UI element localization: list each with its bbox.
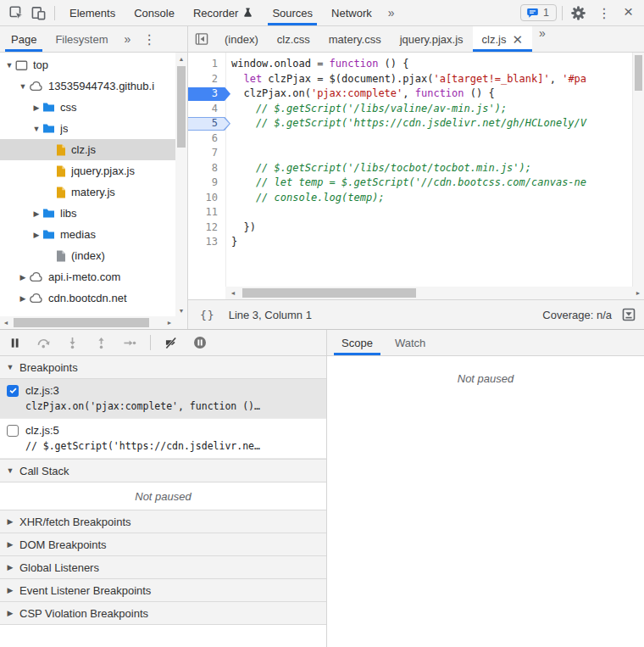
line-number-8[interactable]: 8 (188, 161, 225, 176)
tree-expanded-icon[interactable]: ▼ (3, 61, 15, 70)
tree-item-13535944743-github-i[interactable]: ▼13535944743.github.i (0, 75, 175, 97)
close-tab-icon[interactable]: ✕ (512, 33, 523, 46)
inspect-icon[interactable] (5, 2, 27, 24)
line-number-12[interactable]: 12 (188, 220, 225, 236)
code-text-line-7[interactable] (225, 146, 231, 161)
tree-horizontal-scrollbar[interactable]: ◄ ► (0, 316, 175, 329)
tree-item-matery-js[interactable]: matery.js (0, 181, 175, 203)
section-header-dom-breakpoints[interactable]: ▶DOM Breakpoints (0, 533, 326, 556)
tree-expanded-icon[interactable]: ▼ (31, 125, 42, 133)
editor-hscroll-thumb[interactable] (242, 288, 416, 298)
line-number-6[interactable]: 6 (188, 131, 225, 147)
scroll-left-icon[interactable]: ◄ (227, 287, 239, 299)
close-devtools-icon[interactable]: × (619, 3, 641, 23)
code-text-line-5[interactable]: // $.getScript('https://cdn.jsdelivr.net… (225, 116, 586, 131)
pause-icon[interactable] (4, 332, 25, 353)
tree-item-css[interactable]: ▶css (0, 97, 175, 118)
editor-tab-matery-css[interactable]: matery.css (319, 26, 391, 52)
line-number-2[interactable]: 2 (188, 72, 225, 87)
tab-recorder[interactable]: Recorder (184, 0, 263, 25)
line-number-9[interactable]: 9 (188, 176, 225, 191)
step-into-icon[interactable] (62, 332, 82, 353)
scroll-right-icon[interactable]: ► (164, 317, 175, 329)
editor-tab-clz-css[interactable]: clz.css (268, 26, 319, 52)
scroll-down-icon[interactable]: ▼ (175, 304, 187, 316)
line-number-11[interactable]: 11 (188, 205, 225, 220)
scope-tab-scope[interactable]: Scope (330, 330, 384, 355)
code-text-line-1[interactable]: window.onload = function () { (225, 57, 409, 72)
tab-console[interactable]: Console (125, 0, 184, 25)
section-header-call-stack[interactable]: ▼Call Stack (0, 460, 326, 482)
pause-on-exceptions-icon[interactable] (190, 332, 210, 353)
line-number-5[interactable]: 5 (188, 116, 225, 131)
step-out-icon[interactable] (91, 332, 111, 353)
line-number-7[interactable]: 7 (188, 146, 225, 161)
settings-gear-icon[interactable] (568, 2, 590, 24)
code-text-line-4[interactable]: // $.getScript('/libs/valine/av-min.js')… (225, 102, 507, 117)
code-text-line-2[interactable]: let clzPjax = $(document).pjax('a[target… (225, 72, 586, 87)
editor-more-tabs-icon[interactable]: » (532, 26, 552, 52)
section-header-global-listeners[interactable]: ▶Global Listeners (0, 556, 326, 579)
section-header-csp-violation-breakpoints[interactable]: ▶CSP Violation Breakpoints (0, 602, 326, 625)
line-number-3[interactable]: 3 (188, 86, 225, 102)
tree-vscroll-thumb[interactable] (177, 66, 186, 148)
breakpoint-entry-clz-js-3[interactable]: clz.js:3clzPjax.on('pjax:complete', func… (0, 379, 326, 419)
tab-elements[interactable]: Elements (60, 0, 125, 25)
code-text-line-3[interactable]: clzPjax.on('pjax:complete', function () … (225, 86, 495, 102)
breakpoint-checkbox-checked[interactable] (7, 385, 19, 397)
tree-collapsed-icon[interactable]: ▶ (31, 209, 42, 218)
line-number-10[interactable]: 10 (188, 191, 225, 206)
tree-collapsed-icon[interactable]: ▶ (17, 294, 29, 303)
tree-item-medias[interactable]: ▶medias (0, 224, 175, 245)
editor-vertical-scrollbar[interactable] (632, 53, 644, 287)
editor-horizontal-scrollbar[interactable]: ◄ ► (225, 287, 644, 299)
step-icon[interactable] (119, 332, 140, 353)
section-header-breakpoints[interactable]: ▼Breakpoints (0, 356, 326, 379)
tree-item-clz-js[interactable]: clz.js (0, 139, 175, 160)
tree-item-jquery-pjax-js[interactable]: jquery.pjax.js (0, 160, 175, 181)
coverage-panel-icon[interactable] (622, 308, 636, 321)
issues-badge[interactable]: 1 (520, 4, 557, 21)
tree-item-js[interactable]: ▼js (0, 118, 175, 139)
section-header-event-listener-breakpoints[interactable]: ▶Event Listener Breakpoints (0, 579, 326, 602)
code-text-line-12[interactable]: }) (225, 220, 256, 236)
editor-tab-clz-js[interactable]: clz.js✕ (473, 26, 532, 52)
more-panels-icon[interactable]: » (381, 6, 402, 20)
scope-tab-watch[interactable]: Watch (384, 330, 436, 355)
pretty-print-button[interactable]: {} (197, 307, 219, 323)
code-text-line-10[interactable]: // console.log(temp); (225, 191, 385, 206)
code-text-line-13[interactable]: } (225, 235, 237, 250)
tree-vertical-scrollbar[interactable]: ▲ ▼ (175, 53, 187, 316)
tree-item-libs[interactable]: ▶libs (0, 203, 175, 224)
device-toolbar-icon[interactable] (27, 2, 49, 24)
tree-expanded-icon[interactable]: ▼ (17, 82, 29, 91)
tree-item-api-i-meto-com[interactable]: ▶api.i-meto.com (0, 266, 175, 287)
tree-item-top[interactable]: ▼top (0, 54, 175, 75)
more-options-icon[interactable]: ⋮ (590, 5, 619, 21)
navigator-menu-icon[interactable]: ⋮ (137, 26, 161, 52)
breakpoint-checkbox-unchecked[interactable] (7, 425, 19, 437)
code-text-line-9[interactable]: // let temp = $.getScript('//cdn.bootcss… (225, 176, 586, 191)
tree-collapsed-icon[interactable]: ▶ (31, 103, 42, 112)
editor-tab-index[interactable]: (index) (215, 26, 268, 52)
editor-vscroll-thumb[interactable] (635, 55, 642, 91)
tab-sources[interactable]: Sources (263, 0, 322, 25)
scroll-right-icon[interactable]: ► (632, 287, 644, 299)
hide-navigator-icon[interactable] (188, 26, 215, 52)
breakpoint-enabled-marker[interactable] (188, 87, 230, 102)
scroll-up-icon[interactable]: ▲ (175, 53, 187, 64)
navigator-tab-page[interactable]: Page (2, 26, 46, 52)
line-number-4[interactable]: 4 (188, 102, 225, 117)
editor-tab-jquery-pjax-js[interactable]: jquery.pjax.js (391, 26, 473, 52)
section-header-xhr-fetch-breakpoints[interactable]: ▶XHR/fetch Breakpoints (0, 510, 326, 533)
line-number-1[interactable]: 1 (188, 57, 225, 72)
tree-hscroll-thumb[interactable] (14, 318, 149, 327)
step-over-icon[interactable] (33, 332, 53, 353)
code-text-line-8[interactable]: // $.getScript('/libs/tocbot/tocbot.min.… (225, 161, 531, 176)
scroll-left-icon[interactable]: ◄ (0, 317, 12, 329)
line-number-13[interactable]: 13 (188, 235, 225, 250)
tree-collapsed-icon[interactable]: ▶ (31, 231, 42, 239)
code-text-line-6[interactable] (225, 131, 231, 147)
code-area[interactable]: 1window.onload = function () {2 let clzP… (188, 53, 644, 287)
deactivate-breakpoints-icon[interactable] (161, 332, 181, 353)
